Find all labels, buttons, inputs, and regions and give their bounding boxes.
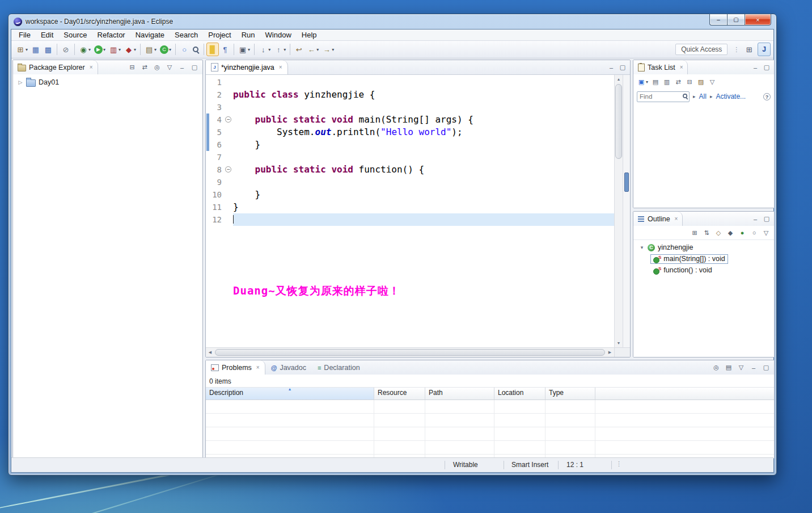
fold-collapse-icon[interactable]: −: [225, 116, 231, 123]
new-wizard-icon[interactable]: ⊞▾: [14, 43, 29, 56]
scroll-up-icon[interactable]: ▲: [615, 75, 623, 83]
task-list-minimize-icon[interactable]: –: [750, 62, 760, 73]
package-explorer-tree[interactable]: ▷ Day01: [13, 74, 202, 458]
code-text[interactable]: public static void function() {: [233, 163, 614, 176]
close-view-icon[interactable]: ×: [90, 64, 93, 70]
scroll-down-icon[interactable]: ▼: [615, 339, 623, 347]
hide-local-types-icon[interactable]: ○: [748, 226, 760, 239]
collapse-all-icon[interactable]: ⊟: [126, 61, 138, 74]
pe-maximize-icon[interactable]: ▢: [189, 61, 200, 74]
help-icon[interactable]: ?: [763, 93, 771, 100]
line-number[interactable]: 7: [209, 151, 225, 163]
open-perspective-icon[interactable]: ⊞: [743, 43, 755, 56]
hide-fields-icon[interactable]: ◇: [713, 226, 724, 239]
back-icon[interactable]: ←▾: [305, 43, 320, 56]
outline-tree[interactable]: ▾CyinzhengjieSmain(String[]) : voidSfunc…: [633, 240, 774, 276]
outline-view-menu-icon[interactable]: ▽: [760, 226, 772, 239]
task-list-maximize-icon[interactable]: ▢: [762, 62, 772, 73]
menu-navigate[interactable]: Navigate: [130, 30, 170, 40]
fold-margin[interactable]: [225, 138, 233, 151]
vertical-scrollbar[interactable]: ▲ ▼: [614, 75, 623, 347]
fold-margin[interactable]: −: [225, 113, 233, 126]
hide-static-members-icon[interactable]: ◆: [725, 226, 736, 239]
new-class-icon[interactable]: C▾: [158, 43, 173, 56]
mark-occurrences-icon[interactable]: ▉: [206, 43, 219, 56]
code-text[interactable]: [233, 176, 614, 188]
menu-project[interactable]: Project: [203, 30, 236, 40]
maximize-window-button[interactable]: ▢: [727, 14, 745, 26]
pe-minimize-icon[interactable]: –: [176, 61, 188, 74]
column-header-resource[interactable]: Resource: [374, 388, 425, 400]
code-text[interactable]: System.out.println("Hello world");: [233, 126, 614, 138]
minimize-window-button[interactable]: –: [709, 14, 727, 26]
save-all-icon[interactable]: ▩: [42, 43, 54, 56]
collapse-all-tasks-icon[interactable]: ⊟: [684, 75, 695, 88]
tab-declaration[interactable]: ≡ Declaration: [312, 364, 366, 372]
line-number[interactable]: 1: [209, 76, 225, 89]
eclipse-logo-icon[interactable]: [14, 18, 22, 26]
editor-lines[interactable]: 12public class yinzhengjie {34− public s…: [206, 75, 614, 347]
horizontal-scrollbar[interactable]: ◀ ▶: [206, 347, 614, 357]
skip-breakpoints-icon[interactable]: ⊘: [60, 43, 72, 56]
fold-margin[interactable]: [225, 176, 233, 188]
tree-item-project[interactable]: ▷ Day01: [13, 77, 202, 88]
scroll-right-icon[interactable]: ▶: [606, 348, 614, 357]
fold-margin[interactable]: [225, 76, 233, 89]
problems-maximize-icon[interactable]: ▢: [760, 361, 772, 374]
previous-annotation-icon[interactable]: ↑▾: [272, 43, 287, 56]
line-number[interactable]: 2: [209, 89, 225, 101]
pe-view-menu-icon[interactable]: ▽: [164, 61, 175, 74]
scheduled-icon[interactable]: ▥: [661, 75, 673, 88]
expander-icon[interactable]: ▾: [639, 245, 645, 250]
link-all[interactable]: All: [699, 92, 707, 100]
show-whitespace-icon[interactable]: ¶: [219, 43, 231, 56]
open-console-icon[interactable]: ▣▾: [236, 43, 252, 56]
menu-search[interactable]: Search: [170, 30, 203, 40]
outline-item-method[interactable]: Smain(String[]) : void: [633, 253, 774, 264]
tab-outline[interactable]: Outline ×: [633, 212, 683, 226]
fold-margin[interactable]: [225, 188, 233, 201]
find-input[interactable]: [637, 91, 690, 102]
outline-item-method[interactable]: Sfunction() : void: [633, 264, 774, 276]
editor-maximize-icon[interactable]: ▢: [618, 62, 628, 73]
tab-package-explorer[interactable]: Package Explorer ×: [13, 60, 98, 74]
new-java-project-icon[interactable]: ▤▾: [143, 43, 158, 56]
coverage-icon[interactable]: ▥▾: [107, 43, 122, 56]
overview-ruler[interactable]: [623, 75, 630, 347]
new-task-icon[interactable]: ▣▾: [636, 75, 650, 88]
tab-yinzhengjie-java[interactable]: J *yinzhengjie.java ×: [206, 60, 288, 74]
java-perspective-button[interactable]: J: [758, 43, 771, 56]
code-text[interactable]: }: [233, 188, 614, 201]
fold-collapse-icon[interactable]: −: [225, 166, 231, 173]
menu-help[interactable]: Help: [297, 30, 322, 40]
title-bar[interactable]: workspace - Day01/src/yinzhengjie.java -…: [9, 14, 776, 29]
code-text[interactable]: [233, 213, 614, 226]
menu-source[interactable]: Source: [58, 30, 92, 40]
external-tools-icon[interactable]: ◆▾: [122, 43, 138, 56]
forward-icon[interactable]: →▾: [320, 43, 336, 56]
run-icon[interactable]: ▶▾: [92, 43, 107, 56]
sort-icon[interactable]: ⇅: [701, 226, 712, 239]
next-annotation-icon[interactable]: ↓▾: [257, 43, 272, 56]
close-view-icon[interactable]: ×: [675, 216, 678, 222]
fold-margin[interactable]: [225, 89, 233, 101]
fold-margin[interactable]: [225, 126, 233, 138]
column-header-location[interactable]: Location: [494, 388, 545, 400]
line-number[interactable]: 6: [209, 138, 225, 151]
code-text[interactable]: [233, 101, 614, 113]
scroll-left-icon[interactable]: ◀: [206, 348, 214, 357]
save-icon[interactable]: ▦: [29, 43, 42, 56]
problems-minimize-icon[interactable]: –: [748, 361, 759, 374]
outline-minimize-icon[interactable]: –: [750, 214, 760, 224]
line-number[interactable]: 10: [209, 188, 225, 201]
hide-non-public-icon[interactable]: ●: [737, 226, 748, 239]
line-number[interactable]: 3: [209, 101, 225, 113]
tab-task-list[interactable]: Task List ×: [633, 60, 688, 74]
expander-icon[interactable]: ▷: [18, 79, 23, 85]
line-number[interactable]: 12: [209, 213, 225, 226]
menu-refactor[interactable]: Refactor: [92, 30, 130, 40]
line-number[interactable]: 11: [209, 201, 225, 213]
code-text[interactable]: }: [233, 138, 614, 151]
task-view-menu-icon[interactable]: ▽: [707, 75, 718, 88]
close-editor-icon[interactable]: ×: [279, 64, 282, 70]
